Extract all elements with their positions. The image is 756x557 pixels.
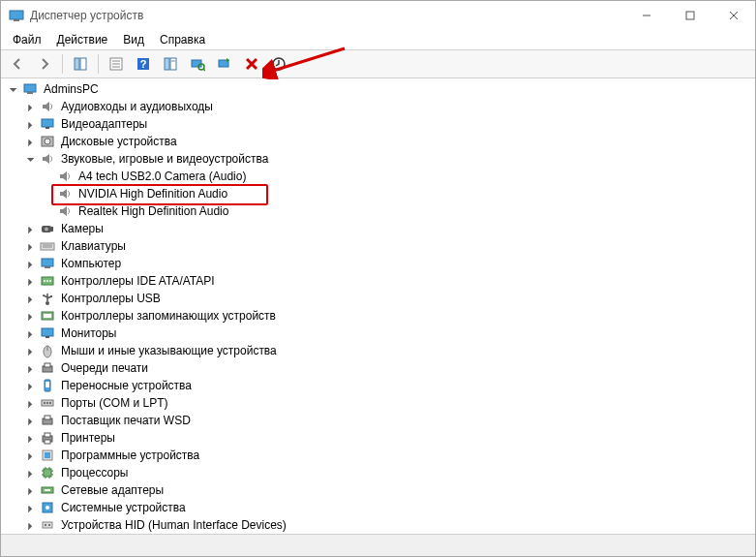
- printprov-icon: [40, 413, 55, 428]
- expand-icon[interactable]: ⏵: [24, 520, 38, 531]
- printer-icon: [40, 430, 55, 446]
- svg-point-85: [48, 524, 50, 526]
- expand-icon[interactable]: ⏵: [24, 398, 38, 409]
- svg-rect-3: [686, 12, 694, 19]
- tree-category[interactable]: ⏵Сетевые адаптеры: [3, 481, 755, 499]
- computer-icon: [22, 81, 38, 97]
- tree-category[interactable]: ⏵Аудиовходы и аудиовыходы: [3, 98, 755, 115]
- tree-category[interactable]: ⏵Программные устройства: [3, 447, 755, 464]
- tree-item-label: Мыши и иные указывающие устройства: [59, 344, 279, 357]
- tree-category[interactable]: ⏵Видеоадаптеры: [3, 115, 755, 133]
- tree-category[interactable]: ⏵Камеры: [3, 220, 755, 237]
- tree-category[interactable]: ⏵Контроллеры USB: [3, 290, 755, 307]
- audio-icon: [57, 186, 73, 201]
- svg-rect-37: [42, 259, 53, 266]
- svg-rect-33: [51, 227, 53, 232]
- tree-item-label: A4 tech USB2.0 Camera (Audio): [76, 170, 248, 183]
- properties-button[interactable]: [104, 51, 129, 77]
- tree-category[interactable]: ⏵Процессоры: [3, 464, 755, 481]
- expand-icon[interactable]: ⏵: [24, 416, 38, 426]
- expand-icon[interactable]: ⏵: [24, 468, 38, 479]
- tree-category[interactable]: ⏵Принтеры: [3, 429, 755, 447]
- computer-icon: [40, 256, 55, 271]
- expand-icon[interactable]: ⏵: [24, 363, 38, 374]
- monitor-icon: [40, 325, 55, 341]
- svg-rect-14: [165, 58, 169, 70]
- tree-category[interactable]: ⏵Очереди печати: [3, 359, 755, 377]
- menu-help[interactable]: Справка: [152, 31, 213, 48]
- device-properties-button[interactable]: [158, 51, 183, 77]
- expand-icon[interactable]: ⏵: [24, 119, 38, 130]
- tree-category[interactable]: ⏵Дисковые устройства: [3, 133, 755, 150]
- expand-icon[interactable]: ⏵: [24, 485, 38, 496]
- tree-item-label: Контроллеры запоминающих устройств: [59, 309, 278, 323]
- tree-category[interactable]: ⏵Порты (COM и LPT): [3, 394, 755, 412]
- forward-button[interactable]: [32, 51, 57, 77]
- tree-item-label: Системные устройства: [59, 501, 188, 514]
- window-title: Диспетчер устройств: [30, 9, 624, 22]
- separator: [62, 54, 63, 74]
- device-tree[interactable]: ⏷AdminsPC⏵Аудиовходы и аудиовыходы⏵Видео…: [1, 78, 755, 534]
- portable-icon: [40, 378, 55, 393]
- tree-category[interactable]: ⏵Переносные устройства: [3, 377, 755, 394]
- expand-icon[interactable]: ⏵: [24, 241, 38, 252]
- svg-rect-15: [170, 58, 176, 70]
- tree-category[interactable]: ⏷Звуковые, игровые и видеоустройства: [3, 150, 755, 168]
- menu-action[interactable]: Действие: [49, 31, 116, 48]
- tree-category[interactable]: ⏵Клавиатуры: [3, 237, 755, 255]
- tree-category[interactable]: ⏵Устройства HID (Human Interface Devices…: [3, 516, 755, 534]
- tree-item-label: Мониторы: [59, 326, 118, 340]
- tree-device[interactable]: Realtek High Definition Audio: [3, 202, 755, 220]
- tree-item-label: NVIDIA High Definition Audio: [76, 187, 229, 201]
- svg-text:?: ?: [140, 58, 147, 70]
- maximize-button[interactable]: [668, 1, 711, 30]
- tree-category[interactable]: ⏵Контроллеры запоминающих устройств: [3, 307, 755, 325]
- expand-icon[interactable]: ⏵: [24, 433, 38, 444]
- help-button[interactable]: ?: [131, 51, 156, 77]
- tree-category[interactable]: ⏵Мониторы: [3, 325, 755, 342]
- expand-icon[interactable]: ⏵: [24, 137, 38, 147]
- uninstall-device-button[interactable]: [239, 51, 264, 77]
- expand-icon[interactable]: ⏵: [24, 224, 38, 234]
- expand-icon[interactable]: ⏵: [24, 346, 38, 356]
- expand-icon[interactable]: ⏵: [24, 102, 38, 112]
- expand-icon[interactable]: ⏵: [24, 259, 38, 269]
- svg-rect-26: [27, 92, 33, 94]
- expand-icon[interactable]: ⏵: [24, 450, 38, 461]
- menu-view[interactable]: Вид: [115, 31, 152, 48]
- minimize-button[interactable]: [624, 1, 668, 30]
- expand-icon[interactable]: ⏵: [24, 503, 38, 513]
- collapse-icon[interactable]: ⏷: [24, 154, 38, 165]
- svg-point-60: [44, 402, 45, 404]
- expand-icon[interactable]: ⏵: [24, 311, 38, 322]
- tree-category[interactable]: ⏵Компьютер: [3, 255, 755, 272]
- svg-rect-51: [42, 328, 53, 336]
- tree-item-label: AdminsPC: [42, 82, 101, 96]
- expand-icon[interactable]: ⏵: [24, 381, 38, 391]
- svg-rect-56: [45, 363, 50, 367]
- hid-icon: [40, 517, 55, 533]
- update-driver-button[interactable]: [266, 51, 291, 77]
- tree-device[interactable]: A4 tech USB2.0 Camera (Audio): [3, 168, 755, 185]
- tree-category[interactable]: ⏵Контроллеры IDE ATA/ATAPI: [3, 272, 755, 290]
- tree-category[interactable]: ⏵Поставщик печати WSD: [3, 412, 755, 429]
- tree-device[interactable]: NVIDIA High Definition Audio: [3, 185, 755, 202]
- expand-icon[interactable]: ⏵: [24, 294, 38, 304]
- svg-rect-27: [42, 119, 53, 127]
- close-button[interactable]: [711, 1, 755, 30]
- expand-icon[interactable]: ⏵: [24, 328, 38, 339]
- menu-file[interactable]: Файл: [5, 31, 49, 48]
- svg-rect-52: [45, 336, 49, 338]
- expand-icon[interactable]: ⏵: [24, 276, 38, 287]
- collapse-icon[interactable]: ⏷: [7, 84, 20, 95]
- printq-icon: [40, 360, 55, 376]
- tree-item-label: Принтеры: [59, 431, 117, 445]
- tree-category[interactable]: ⏵Мыши и иные указывающие устройства: [3, 342, 755, 359]
- show-hide-tree-button[interactable]: [68, 51, 93, 77]
- scan-hardware-button[interactable]: [185, 51, 210, 77]
- svg-point-40: [44, 280, 45, 282]
- tree-category[interactable]: ⏵Системные устройства: [3, 499, 755, 516]
- enable-device-button[interactable]: [212, 51, 237, 77]
- back-button[interactable]: [5, 51, 30, 77]
- tree-root[interactable]: ⏷AdminsPC: [3, 80, 755, 98]
